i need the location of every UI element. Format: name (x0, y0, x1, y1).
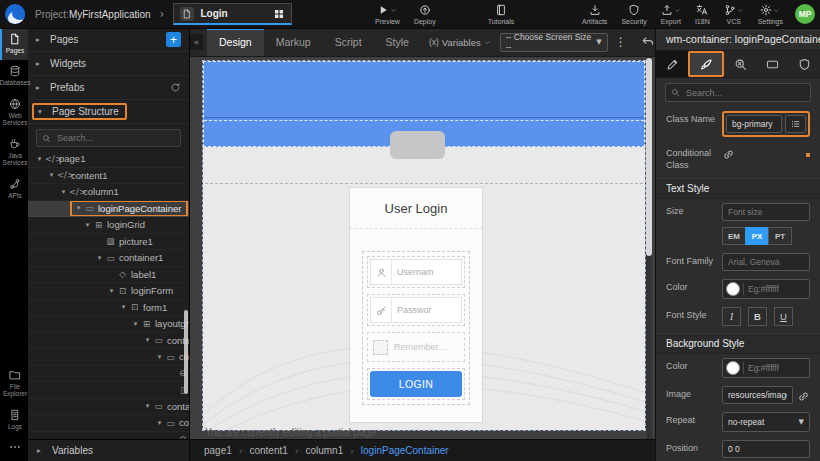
tree-node-form1[interactable]: ▾⊡form1 (28, 300, 189, 317)
rail-item-java-services[interactable]: Java Services (0, 133, 28, 173)
section-widgets[interactable]: ▸Widgets (28, 52, 189, 76)
tree-node-con[interactable]: ▾▭con (28, 349, 189, 366)
topbar-action-vcs[interactable]: VCS (717, 0, 751, 28)
section-prefabs[interactable]: ▸Prefabs (28, 76, 189, 100)
refresh-icon[interactable] (170, 82, 181, 93)
canvas-tab-style[interactable]: Style (374, 28, 421, 56)
expanded-arrow-icon[interactable]: ▾ (154, 419, 165, 427)
user-avatar[interactable]: MP (795, 4, 815, 24)
font-family-input[interactable] (722, 253, 810, 271)
properties-tab-styles[interactable] (688, 51, 724, 77)
topbar-action-tutorials[interactable]: Tutorials (481, 0, 522, 28)
structure-search[interactable] (36, 129, 181, 147)
picture-placeholder[interactable] (390, 131, 445, 159)
canvas-tab-script[interactable]: Script (323, 28, 374, 56)
page-tab-login[interactable]: Login (173, 3, 292, 25)
expanded-arrow-icon[interactable]: ▾ (73, 204, 84, 212)
font-style-italic-button[interactable]: I (722, 307, 741, 326)
expanded-arrow-icon[interactable]: ▾ (118, 303, 129, 311)
font-style-underline-button[interactable]: U (774, 307, 793, 326)
undo-button[interactable] (641, 35, 655, 49)
canvas-tab-markup[interactable]: Markup (264, 28, 323, 56)
expanded-arrow-icon[interactable]: ▾ (106, 287, 117, 295)
variables-section[interactable]: ▸ Variables (28, 439, 189, 461)
bg-position-input[interactable] (722, 440, 810, 458)
tree-node-content1[interactable]: ▾</>content1 (28, 168, 189, 185)
bg-color-input[interactable] (744, 363, 809, 373)
properties-tab-properties[interactable] (656, 51, 688, 77)
expanded-arrow-icon[interactable]: ▾ (34, 155, 45, 163)
rail-item-pages[interactable]: Pages (0, 28, 28, 60)
properties-tab-events[interactable] (724, 51, 756, 77)
properties-tab-security[interactable] (788, 51, 820, 77)
app-logo-icon[interactable] (5, 4, 25, 24)
properties-tab-device[interactable] (756, 51, 788, 77)
dashboard-grid-icon[interactable] (273, 8, 285, 20)
variables-dropdown-button[interactable]: (x) Variables (429, 37, 491, 48)
breadcrumb-item-column1[interactable]: column1 (305, 445, 343, 456)
tree-node-j_us[interactable]: ▯j_us (28, 382, 189, 399)
rail-item-databases[interactable]: Databases (0, 60, 28, 92)
breadcrumb-item-page1[interactable]: page1 (204, 445, 232, 456)
breadcrumb-item-loginPageContainer[interactable]: loginPageContainer (361, 445, 449, 456)
unit-button-pt[interactable]: PT (768, 227, 792, 245)
section-page-structure[interactable]: ▾Page Structure (28, 100, 189, 124)
properties-search[interactable] (665, 83, 811, 102)
tree-node-ico[interactable]: ⊖ico (28, 432, 189, 440)
class-list-button[interactable] (785, 115, 806, 133)
font-size-input[interactable] (722, 203, 810, 221)
remember-checkbox[interactable] (373, 340, 388, 355)
expanded-arrow-icon[interactable]: ▾ (142, 336, 153, 344)
tree-node-column1[interactable]: ▾</>column1 (28, 184, 189, 201)
tree-node-con[interactable]: ▾▭con (28, 415, 189, 432)
expanded-arrow-icon[interactable]: ▾ (154, 353, 165, 361)
tree-node-loginForm[interactable]: ▾⊡loginForm (28, 283, 189, 300)
breadcrumb-item-content1[interactable]: content1 (249, 445, 287, 456)
password-row[interactable]: Passwor (367, 294, 465, 326)
section-pages[interactable]: ▸Pages+ (28, 28, 189, 52)
topbar-action-settings[interactable]: Settings (751, 0, 790, 28)
add-page-button[interactable]: + (166, 32, 181, 47)
topbar-action-preview[interactable]: Preview (368, 0, 407, 28)
tree-node-ico[interactable]: ⊖ico (28, 366, 189, 383)
font-style-bold-button[interactable]: B (748, 307, 767, 326)
topbar-action-deploy[interactable]: Deploy (407, 0, 443, 28)
unit-button-em[interactable]: EM (722, 227, 745, 245)
rail-item-more[interactable] (0, 436, 28, 461)
remember-row[interactable]: Remember ... (367, 332, 465, 362)
unit-button-px[interactable]: PX (745, 227, 768, 245)
rail-item-logs[interactable]: Logs (0, 404, 28, 436)
username-input[interactable]: Usernam (392, 267, 461, 277)
password-input[interactable]: Passwor (392, 305, 461, 315)
tree-node-loginPageContainer[interactable]: ▾▭loginPageContainer (28, 201, 189, 218)
tree-node-picture1[interactable]: ▨picture1 (28, 234, 189, 251)
bg-color-swatch[interactable] (726, 361, 740, 375)
canvas-tab-design[interactable]: Design (207, 28, 264, 56)
text-color-input[interactable] (744, 284, 809, 294)
color-swatch[interactable] (726, 282, 740, 296)
username-row[interactable]: Usernam (367, 256, 465, 288)
rail-item-file-explorer[interactable]: File Explorer (0, 364, 28, 404)
tree-node-page1[interactable]: ▾</>page1 (28, 151, 189, 168)
topbar-action-export[interactable]: Export (654, 0, 688, 28)
collapse-left-panel-button[interactable]: « (190, 34, 203, 50)
expanded-arrow-icon[interactable]: ▾ (142, 402, 153, 410)
canvas-scrollbar-thumb[interactable] (646, 58, 652, 256)
rail-item-apis[interactable]: APIs (0, 173, 28, 205)
tree-node-loginGrid[interactable]: ▾⊞loginGrid (28, 217, 189, 234)
structure-search-input[interactable] (55, 132, 175, 144)
expanded-arrow-icon[interactable]: ▾ (58, 188, 69, 196)
tree-node-layoutgrid2[interactable]: ▾⊞layoutgrid2 (28, 316, 189, 333)
rail-item-web-services[interactable]: Web Services (0, 93, 28, 133)
canvas-scrollbar[interactable] (646, 57, 652, 439)
bind-link-icon[interactable] (797, 390, 810, 403)
topbar-action-security[interactable]: Security (614, 0, 653, 28)
bg-repeat-select[interactable]: no-repeat ▼ (722, 412, 810, 432)
expanded-arrow-icon[interactable]: ▾ (82, 221, 93, 229)
screen-size-select[interactable]: -- Choose Screen Size -- ▼ (500, 33, 608, 52)
bg-image-input[interactable] (722, 386, 793, 404)
bind-link-icon[interactable] (722, 148, 735, 161)
properties-search-input[interactable] (684, 87, 805, 99)
login-page-preview[interactable]: User Login Usernam Passwor (203, 61, 645, 430)
left-panel-scrollbar[interactable] (184, 310, 188, 394)
